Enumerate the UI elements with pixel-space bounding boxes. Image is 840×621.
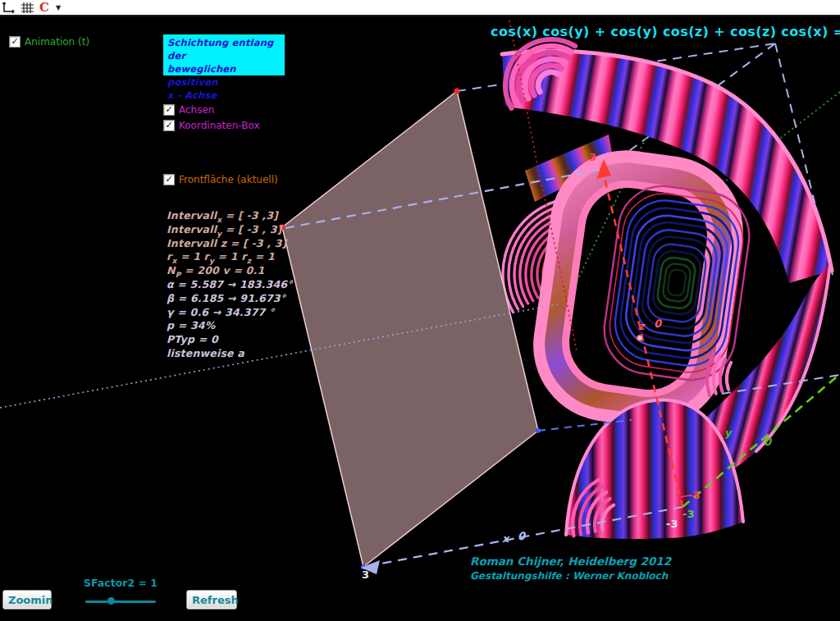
info-caption-box: Schichtung entlang der beweglichen posit… <box>163 34 285 75</box>
geogebra-window: C ▼ <box>0 0 840 621</box>
checkbox-label: Frontfläche (aktuell) <box>179 174 278 185</box>
credit-line-1: Roman Chijner, Heidelberg 2012 <box>470 555 671 568</box>
checkbox-box[interactable]: ✓ <box>163 120 175 131</box>
refresh-button[interactable]: Refresh <box>186 590 237 610</box>
sfactor2-slider[interactable] <box>85 596 156 606</box>
parameter-line: Intervallx = [ -3 ,3] <box>167 209 322 223</box>
parameter-line: rx = 1 ry = 1 rz = 1 <box>167 250 322 264</box>
checkbox-box[interactable]: ✓ <box>9 36 21 48</box>
checkbox-box[interactable]: ✓ <box>163 104 175 116</box>
checkbox-label: Animation (t) <box>25 36 89 48</box>
parameter-line: NP = 200 v = 0.1 <box>167 264 322 278</box>
checkbox-animation-t-[interactable]: ✓Animation (t) <box>9 36 89 48</box>
axis-label: 3 <box>362 568 369 581</box>
axis-label: -3 <box>682 508 694 520</box>
info-line: x - Achse <box>167 89 281 102</box>
parameter-line: β = 6.185 → 91.673° <box>167 292 322 306</box>
parameter-line: γ = 0.6 → 34.377 ° <box>167 306 322 320</box>
parameter-line: Intervall z = [ -3 , 3] <box>167 237 322 251</box>
slider-thumb[interactable] <box>107 597 115 605</box>
axis-label: -3 <box>666 518 678 530</box>
axis-label: 0 <box>764 436 773 448</box>
axis-label: x <box>502 532 510 545</box>
sfactor2-slider-label: SFactor2 = 1 <box>84 577 158 589</box>
parameter-line: α = 5.587 → 183.346° <box>167 278 322 292</box>
checkbox-label: Koordinaten-Box <box>179 120 260 131</box>
origin-point[interactable] <box>637 336 643 341</box>
checkbox-koordinaten-box[interactable]: ✓Koordinaten-Box <box>163 120 260 131</box>
checkbox-frontfl-che-aktuell-[interactable]: ✓Frontfläche (aktuell) <box>163 174 278 185</box>
info-line: Schichtung entlang der <box>167 36 281 62</box>
equation-title: cos(x) cos(y) + cos(y) cos(z) + cos(z) c… <box>491 24 840 39</box>
checkbox-label: Achsen <box>179 104 214 116</box>
checkbox-achsen[interactable]: ✓Achsen <box>163 104 214 116</box>
slider-track[interactable] <box>85 600 156 603</box>
parameter-line: PTyp = 0 <box>167 333 322 347</box>
parameter-line: listenweise a <box>167 347 322 361</box>
plot-canvas-3d[interactable]: 3z0-3-3-33x0y0 <box>0 0 840 621</box>
plane-corner-point[interactable] <box>454 89 460 94</box>
axis-label: -3 <box>688 489 700 501</box>
parameter-readout: Intervallx = [ -3 ,3]Intervally = [ -3 ,… <box>167 209 322 361</box>
zoomin-button[interactable]: Zoomin <box>2 590 52 610</box>
parameter-line: p = 34% <box>167 319 322 333</box>
parameter-line: Intervally = [ -3 , 3] <box>167 223 322 237</box>
axis-label: 3 <box>589 151 596 163</box>
info-line: beweglichen positiven <box>167 62 281 89</box>
checkbox-box[interactable]: ✓ <box>163 174 175 185</box>
credit-line-2: Gestaltungshilfe : Werner Knobloch <box>470 570 668 582</box>
